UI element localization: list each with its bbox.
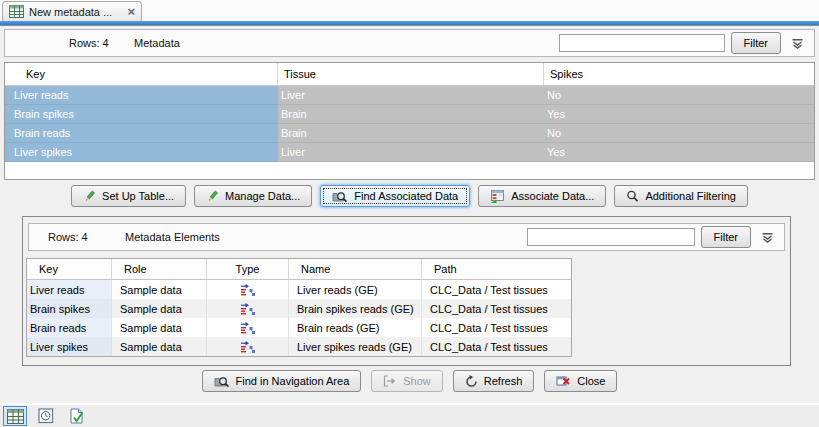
column-header-tissue[interactable]: Tissue bbox=[278, 63, 544, 85]
button-label: Show bbox=[403, 375, 431, 387]
cell-tissue: Liver bbox=[278, 143, 544, 162]
table-row[interactable]: Brain reads Brain No bbox=[5, 124, 814, 143]
table-row[interactable]: Brain reads Sample data Brain reads (GE)… bbox=[27, 318, 571, 337]
cell-path: CLC_Data / Test tissues bbox=[422, 299, 571, 318]
cell-type bbox=[207, 337, 289, 356]
button-label: Set Up Table... bbox=[102, 190, 174, 202]
cell-key: Brain reads bbox=[27, 318, 112, 337]
column-header-type[interactable]: Type bbox=[207, 259, 289, 279]
button-label: Find in Navigation Area bbox=[236, 375, 350, 387]
filter-input[interactable] bbox=[527, 228, 695, 246]
button-label: Refresh bbox=[484, 375, 523, 387]
table-header: Key Role Type Name Path bbox=[27, 259, 571, 280]
column-header-key[interactable]: Key bbox=[27, 259, 112, 279]
cell-key: Brain spikes bbox=[27, 299, 112, 318]
dialog-actions: Find in Navigation Area Show Refresh Clo… bbox=[0, 370, 819, 392]
table-header: Key Tissue Spikes bbox=[5, 63, 814, 86]
set-up-table-button[interactable]: Set Up Table... bbox=[71, 185, 186, 207]
cell-key: Brain reads bbox=[5, 124, 278, 143]
panel-title: Metadata bbox=[134, 37, 180, 49]
column-header-spikes[interactable]: Spikes bbox=[544, 63, 814, 85]
show-icon bbox=[383, 375, 397, 387]
expression-data-icon bbox=[240, 340, 256, 354]
refresh-button[interactable]: Refresh bbox=[453, 370, 535, 392]
table-row[interactable]: Brain spikes Sample data Brain spikes re… bbox=[27, 299, 571, 318]
cell-key: Liver spikes bbox=[5, 143, 278, 162]
table-icon bbox=[9, 5, 24, 18]
element-info-view-icon bbox=[69, 408, 85, 425]
cell-key: Liver reads bbox=[5, 86, 278, 105]
column-header-name[interactable]: Name bbox=[289, 259, 422, 279]
cell-type bbox=[207, 299, 289, 318]
cell-type bbox=[207, 280, 289, 299]
associate-data-button[interactable]: Associate Data... bbox=[478, 185, 606, 207]
main-panel: Rows: 4 Metadata Filter Key Tissue Spike… bbox=[0, 25, 819, 403]
table-row[interactable]: Brain spikes Brain Yes bbox=[5, 105, 814, 124]
cell-key: Liver reads bbox=[27, 280, 112, 299]
table-view-button[interactable] bbox=[3, 406, 27, 426]
cell-spikes: No bbox=[544, 86, 814, 105]
find-data-icon bbox=[332, 190, 348, 203]
close-tab-icon[interactable]: × bbox=[127, 5, 135, 18]
cell-tissue: Liver bbox=[278, 86, 544, 105]
button-label: Manage Data... bbox=[225, 190, 300, 202]
column-header-key[interactable]: Key bbox=[5, 63, 278, 85]
table-row[interactable]: Liver spikes Liver Yes bbox=[5, 143, 814, 162]
cell-role: Sample data bbox=[112, 318, 207, 337]
cell-path: CLC_Data / Test tissues bbox=[422, 280, 571, 299]
filter-input[interactable] bbox=[559, 34, 725, 52]
filter-options-icon[interactable] bbox=[759, 230, 776, 245]
find-in-navigation-area-button[interactable]: Find in Navigation Area bbox=[202, 370, 362, 392]
cell-spikes: No bbox=[544, 124, 814, 143]
pencil-icon bbox=[83, 190, 96, 203]
column-header-path[interactable]: Path bbox=[422, 259, 571, 279]
cell-spikes: Yes bbox=[544, 105, 814, 124]
history-view-button[interactable] bbox=[34, 406, 58, 426]
find-in-navigation-icon bbox=[214, 375, 230, 388]
associate-data-icon bbox=[490, 190, 505, 203]
manage-data-button[interactable]: Manage Data... bbox=[194, 185, 312, 207]
cell-name: Brain spikes reads (GE) bbox=[289, 299, 422, 318]
rows-count: Rows: 4 bbox=[69, 37, 134, 49]
metadata-window: New metadata ... × Rows: 4 Metadata Filt… bbox=[0, 0, 819, 427]
table-row[interactable]: Liver reads Sample data Liver reads (GE)… bbox=[27, 280, 571, 299]
element-info-view-button[interactable] bbox=[65, 406, 89, 426]
tab-new-metadata[interactable]: New metadata ... × bbox=[2, 1, 142, 21]
magnifier-icon bbox=[626, 190, 639, 203]
panel-title: Metadata Elements bbox=[125, 231, 220, 243]
button-label: Associate Data... bbox=[511, 190, 594, 202]
metadata-table: Key Tissue Spikes Liver reads Liver No B… bbox=[4, 62, 815, 180]
cell-name: Liver reads (GE) bbox=[289, 280, 422, 299]
metadata-actions: Set Up Table... Manage Data... Find Asso… bbox=[0, 185, 819, 207]
filter-button[interactable]: Filter bbox=[731, 32, 781, 54]
expression-data-icon bbox=[240, 321, 256, 335]
history-view-icon bbox=[38, 408, 54, 424]
cell-tissue: Brain bbox=[278, 124, 544, 143]
close-button[interactable]: Close bbox=[544, 370, 617, 392]
refresh-icon bbox=[465, 375, 478, 388]
cell-role: Sample data bbox=[112, 280, 207, 299]
show-button[interactable]: Show bbox=[371, 370, 443, 392]
cell-tissue: Brain bbox=[278, 105, 544, 124]
table-row[interactable]: Liver reads Liver No bbox=[5, 86, 814, 105]
button-label: Additional Filtering bbox=[645, 190, 736, 202]
tab-label: New metadata ... bbox=[29, 6, 122, 18]
cell-type bbox=[207, 318, 289, 337]
cell-name: Liver spikes reads (GE) bbox=[289, 337, 422, 356]
metadata-toolbar: Rows: 4 Metadata Filter bbox=[4, 29, 815, 57]
metadata-elements-toolbar: Rows: 4 Metadata Elements Filter bbox=[28, 223, 785, 251]
close-window-icon bbox=[556, 375, 571, 387]
status-bar bbox=[0, 405, 819, 427]
additional-filtering-button[interactable]: Additional Filtering bbox=[614, 185, 748, 207]
rows-count: Rows: 4 bbox=[48, 231, 125, 243]
filter-button[interactable]: Filter bbox=[701, 226, 751, 248]
cell-name: Brain reads (GE) bbox=[289, 318, 422, 337]
button-label: Find Associated Data bbox=[354, 190, 458, 202]
column-header-role[interactable]: Role bbox=[112, 259, 207, 279]
table-row[interactable]: Liver spikes Sample data Liver spikes re… bbox=[27, 337, 571, 356]
pencil-icon bbox=[206, 190, 219, 203]
metadata-elements-table: Key Role Type Name Path Liver reads Samp… bbox=[26, 258, 572, 357]
cell-spikes: Yes bbox=[544, 143, 814, 162]
find-associated-data-button[interactable]: Find Associated Data bbox=[320, 185, 470, 207]
filter-options-icon[interactable] bbox=[789, 36, 806, 51]
